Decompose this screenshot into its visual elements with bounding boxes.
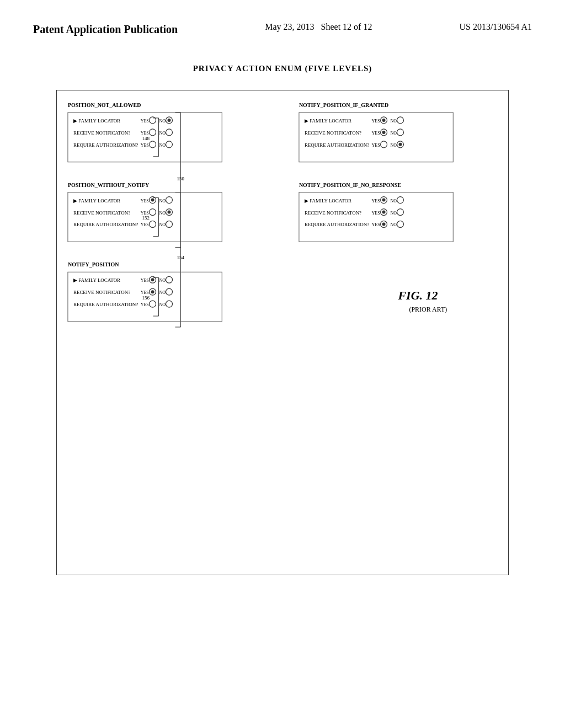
p5-label3: REQUIRE AUTHORIZATION? [305, 222, 369, 227]
header-patent: US 2013/130654 A1 [459, 22, 532, 32]
p2-yes-radio3 [150, 221, 156, 227]
p5-yes-dot2 [382, 211, 386, 214]
panel3-title: NOTIFY_POSITION [68, 261, 119, 267]
p3-label3: REQUIRE AUTHORIZATION? [73, 302, 138, 307]
p3-yes3: YES [141, 302, 149, 307]
p2-label1: ▶ FAMILY LOCATOR [73, 198, 120, 204]
p1-no2: NO [159, 131, 166, 136]
p1-label1: ▶ FAMILY LOCATOR [73, 118, 120, 124]
p5-no3: NO [391, 222, 397, 227]
ref-148: 148 [142, 136, 150, 141]
p3-yes2: YES [141, 290, 149, 295]
p1-label3: REQUIRE AUTHORIZATION? [73, 142, 138, 148]
p5-yes-dot3 [382, 222, 386, 226]
ref-152: 152 [142, 216, 150, 221]
p4-no-radio1 [397, 117, 403, 124]
p4-yes-dot2 [382, 131, 386, 134]
ref-156: 156 [142, 295, 150, 301]
header-sheet: Sheet 12 of 12 [321, 22, 372, 31]
p5-no-radio3 [397, 221, 403, 227]
p4-no-dot3 [398, 143, 402, 146]
p4-label2: RECEIVE NOTIFICATON? [305, 130, 361, 136]
p2-yes3: YES [141, 222, 149, 227]
p4-no-radio2 [397, 129, 403, 136]
header-center: May 23, 2013 Sheet 12 of 12 [265, 22, 372, 32]
p5-yes1: YES [372, 199, 380, 204]
panel2-title: POSITION_WITHOUT_NOTIFY [68, 182, 150, 188]
p4-label3: REQUIRE AUTHORIZATION? [305, 142, 369, 148]
p4-no1: NO [391, 119, 397, 124]
page-header: Patent Application Publication May 23, 2… [0, 0, 565, 47]
p4-yes1: YES [372, 119, 380, 124]
p5-no-radio2 [397, 209, 403, 216]
p3-yes-dot2 [151, 290, 154, 293]
header-date: May 23, 2013 [265, 22, 314, 31]
p3-no2: NO [159, 290, 166, 295]
p5-no-radio1 [397, 197, 403, 204]
p4-no3: NO [391, 143, 397, 148]
diagram: POSITION_NOT_ALLOWED 148 ▶ FAMILY LOCATO… [56, 90, 509, 575]
p1-no-radio3 [166, 141, 173, 148]
p5-no2: NO [391, 211, 397, 216]
p2-no-dot2 [168, 211, 171, 214]
p3-yes-radio3 [150, 301, 156, 307]
p1-yes-radio2 [150, 129, 156, 136]
p2-no3: NO [159, 222, 166, 227]
p2-yes-dot1 [151, 199, 154, 202]
p1-yes-radio1 [150, 117, 156, 124]
p3-yes-dot1 [151, 278, 154, 281]
p5-label2: RECEIVE NOTIFICATON? [305, 210, 361, 216]
p3-no3: NO [159, 302, 166, 307]
p2-no-radio1 [166, 197, 173, 204]
p2-yes-radio2 [150, 209, 156, 216]
p2-yes2: YES [141, 211, 149, 216]
p4-no2: NO [391, 131, 397, 136]
p5-yes3: YES [372, 222, 380, 227]
main-content: PRIVACY ACTION ENUM (FIVE LEVELS) POSITI… [0, 47, 565, 586]
p3-no-radio3 [166, 301, 173, 307]
p3-label2: RECEIVE NOTIFICATON? [73, 290, 130, 295]
p1-yes3: YES [141, 143, 149, 148]
p4-yes-dot1 [382, 119, 386, 122]
p5-label1: ▶ FAMILY LOCATOR [305, 198, 351, 204]
p4-yes2: YES [372, 131, 380, 136]
p1-yes-radio3 [150, 141, 156, 148]
p3-no-radio2 [166, 288, 173, 295]
p3-label1: ▶ FAMILY LOCATOR [73, 277, 120, 283]
p5-no1: NO [391, 199, 397, 204]
p3-no-radio1 [166, 276, 173, 283]
p4-label1: ▶ FAMILY LOCATOR [305, 118, 351, 124]
p1-label2: RECEIVE NOTIFICATON? [73, 130, 130, 136]
fig-subtitle: (PRIOR ART) [409, 306, 447, 313]
panel1-title: POSITION_NOT_ALLOWED [68, 102, 141, 108]
p3-yes1: YES [141, 278, 149, 283]
fig-number: FIG. 12 [397, 288, 438, 302]
p1-no-radio2 [166, 129, 173, 136]
panel5-title: NOTIFY_POSITION_IF_NO_RESPONSE [299, 182, 401, 188]
p5-yes2: YES [372, 211, 380, 216]
p1-no1: NO [159, 119, 166, 124]
p4-yes3: YES [372, 143, 380, 148]
header-title: Patent Application Publication [33, 22, 178, 36]
p5-yes-dot1 [382, 199, 386, 202]
p2-no-radio3 [166, 221, 173, 227]
p2-yes1: YES [141, 199, 149, 204]
p1-no3: NO [159, 143, 166, 148]
p2-no2: NO [159, 211, 166, 216]
p4-yes-radio3 [381, 141, 387, 148]
panel4-title: NOTIFY_POSITION_IF_GRANTED [299, 102, 388, 108]
p2-no1: NO [159, 199, 166, 204]
p1-yes2: YES [141, 131, 149, 136]
p1-yes1: YES [141, 119, 149, 124]
p2-label2: RECEIVE NOTIFICATON? [73, 210, 130, 216]
p2-label3: REQUIRE AUTHORIZATION? [73, 222, 138, 227]
p1-no-dot1 [168, 119, 171, 122]
page-title: PRIVACY ACTION ENUM (FIVE LEVELS) [193, 64, 372, 73]
p3-no1: NO [159, 278, 166, 283]
